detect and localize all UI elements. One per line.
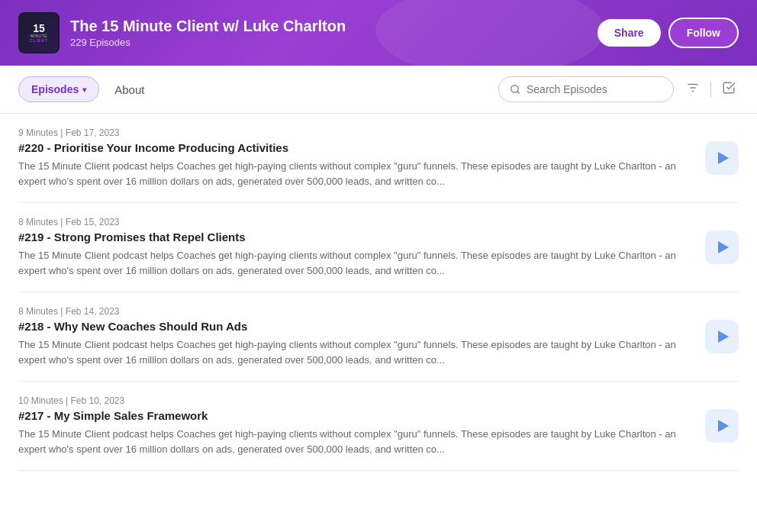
play-button[interactable] xyxy=(705,320,739,353)
episode-item: 9 Minutes | Feb 17, 2023 #220 - Prioriti… xyxy=(18,114,739,203)
logo-client: CLIENT xyxy=(30,38,48,43)
follow-button[interactable]: Follow xyxy=(668,18,739,48)
filter-icon-button[interactable] xyxy=(683,78,703,102)
header-left: 15 MINUTE CLIENT The 15 Minute Client w/… xyxy=(18,12,346,53)
search-input[interactable] xyxy=(527,83,662,95)
nav-right xyxy=(498,76,739,102)
search-box xyxy=(498,76,674,102)
play-icon xyxy=(718,330,729,343)
checkmark-icon-button[interactable] xyxy=(719,78,739,102)
play-icon xyxy=(718,152,729,164)
episode-content: 10 Minutes | Feb 10, 2023 #217 - My Simp… xyxy=(18,395,693,456)
episode-title: #219 - Strong Promises that Repel Client… xyxy=(18,231,693,243)
nav-divider xyxy=(710,82,711,97)
svg-line-1 xyxy=(517,92,520,94)
header-actions: Share Follow xyxy=(598,18,739,48)
play-icon xyxy=(718,241,729,253)
episode-title: #218 - Why New Coaches Should Run Ads xyxy=(18,320,693,333)
episode-count: 229 Episodes xyxy=(70,37,346,48)
episode-content: 8 Minutes | Feb 14, 2023 #218 - Why New … xyxy=(18,306,693,367)
podcast-info: The 15 Minute Client w/ Luke Charlton 22… xyxy=(70,18,346,48)
episode-meta: 10 Minutes | Feb 10, 2023 xyxy=(18,395,693,406)
episode-meta: 8 Minutes | Feb 14, 2023 xyxy=(18,306,693,317)
play-button[interactable] xyxy=(705,231,739,264)
podcast-title: The 15 Minute Client w/ Luke Charlton xyxy=(70,18,346,35)
episode-content: 9 Minutes | Feb 17, 2023 #220 - Prioriti… xyxy=(18,127,693,189)
about-tab[interactable]: About xyxy=(114,80,144,99)
nav-icon-group xyxy=(683,78,739,102)
podcast-logo: 15 MINUTE CLIENT xyxy=(18,12,60,53)
episodes-list: 9 Minutes | Feb 17, 2023 #220 - Prioriti… xyxy=(0,114,757,471)
search-icon xyxy=(510,84,520,95)
episode-title: #217 - My Simple Sales Framework xyxy=(18,409,693,422)
logo-number: 15 xyxy=(33,23,45,34)
share-button[interactable]: Share xyxy=(598,19,661,47)
nav-left: Episodes ▾ About xyxy=(18,76,144,102)
episode-content: 8 Minutes | Feb 15, 2023 #219 - Strong P… xyxy=(18,217,693,278)
episode-description: The 15 Minute Client podcast helps Coach… xyxy=(18,159,693,189)
episode-item: 8 Minutes | Feb 15, 2023 #219 - Strong P… xyxy=(18,203,739,292)
check-icon xyxy=(722,81,736,95)
episode-title: #220 - Prioritise Your Income Producing … xyxy=(18,141,693,154)
play-icon xyxy=(718,420,729,432)
podcast-header: 15 MINUTE CLIENT The 15 Minute Client w/… xyxy=(0,0,757,66)
episodes-dropdown-button[interactable]: Episodes ▾ xyxy=(18,76,99,102)
episode-item: 10 Minutes | Feb 10, 2023 #217 - My Simp… xyxy=(18,382,739,471)
episode-description: The 15 Minute Client podcast helps Coach… xyxy=(18,427,693,456)
filter-icon xyxy=(686,81,700,95)
episodes-label: Episodes xyxy=(31,83,79,95)
chevron-down-icon: ▾ xyxy=(82,85,86,94)
play-button[interactable] xyxy=(705,141,739,175)
nav-bar: Episodes ▾ About xyxy=(0,66,757,114)
episode-description: The 15 Minute Client podcast helps Coach… xyxy=(18,248,693,278)
episode-meta: 8 Minutes | Feb 15, 2023 xyxy=(18,217,693,227)
play-button[interactable] xyxy=(705,409,739,443)
episode-meta: 9 Minutes | Feb 17, 2023 xyxy=(18,127,693,138)
episode-item: 8 Minutes | Feb 14, 2023 #218 - Why New … xyxy=(18,292,739,382)
episode-description: The 15 Minute Client podcast helps Coach… xyxy=(18,337,693,367)
